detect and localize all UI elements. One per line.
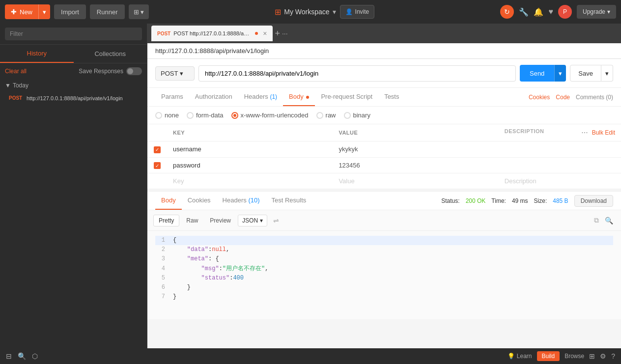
- save-button[interactable]: Save: [570, 65, 601, 82]
- save-dropdown-button[interactable]: ▾: [601, 65, 613, 82]
- req-tab-auth[interactable]: Authorization: [189, 88, 238, 106]
- heart-icon[interactable]: ♥: [548, 7, 553, 16]
- runner-button[interactable]: Runner: [90, 4, 125, 19]
- clear-all-button[interactable]: Clear all: [5, 68, 27, 75]
- table-row-new: Key Value Description: [147, 173, 621, 189]
- method-select[interactable]: POST ▾: [155, 66, 195, 81]
- avatar[interactable]: P: [558, 5, 572, 19]
- settings-icon[interactable]: ⚙: [600, 352, 606, 360]
- bell-icon[interactable]: 🔔: [534, 7, 543, 17]
- binary-radio[interactable]: [344, 112, 351, 119]
- line-number: 6: [155, 283, 165, 292]
- code-line-2: 2 "data": null,: [155, 245, 613, 254]
- req-tab-params[interactable]: Params: [155, 88, 189, 106]
- req-tab-pre-script[interactable]: Pre-request Script: [315, 88, 378, 106]
- browse-button[interactable]: Browse: [565, 353, 584, 360]
- url-input[interactable]: [198, 65, 516, 82]
- row1-checkbox[interactable]: ✓: [154, 146, 161, 153]
- raw-option[interactable]: raw: [316, 112, 336, 119]
- code-link[interactable]: Code: [556, 94, 570, 101]
- chevron-down-icon: ▼: [5, 82, 11, 89]
- send-dropdown-button[interactable]: ▾: [554, 65, 566, 82]
- resp-tab-cookies[interactable]: Cookies: [182, 192, 217, 210]
- resp-tab-headers[interactable]: Headers (10): [217, 192, 266, 210]
- tab-collections[interactable]: Collections: [74, 45, 147, 63]
- tab-history[interactable]: History: [0, 45, 74, 63]
- search-icon[interactable]: 🔍: [603, 214, 615, 226]
- table-more-button[interactable]: ···: [581, 128, 588, 137]
- active-tab[interactable]: POST POST http://127.0.0.1:8888/api/priv…: [151, 26, 273, 41]
- format-select[interactable]: JSON ▾: [238, 215, 267, 226]
- more-tabs-button[interactable]: ···: [282, 29, 288, 37]
- upgrade-label: Upgrade: [583, 8, 605, 15]
- code-line-5: 5 "status": 400: [155, 274, 613, 283]
- row2-checkbox[interactable]: ✓: [154, 162, 161, 169]
- build-button[interactable]: Build: [537, 351, 560, 361]
- grid-icon[interactable]: ⊞: [589, 352, 595, 360]
- add-tab-button[interactable]: +: [275, 28, 280, 39]
- filter-input[interactable]: [5, 28, 142, 40]
- new-dropdown-arrow[interactable]: ▾: [38, 4, 50, 19]
- sidebar: History Collections Clear all Save Respo…: [0, 24, 147, 348]
- none-radio[interactable]: [155, 112, 162, 119]
- layout-button[interactable]: ⊞ ▾: [129, 4, 149, 19]
- line-number: 1: [155, 236, 165, 245]
- none-option[interactable]: none: [155, 112, 179, 119]
- urlencoded-option[interactable]: x-www-form-urlencoded: [231, 112, 309, 119]
- format-chevron: ▾: [260, 217, 263, 224]
- tab-close-button[interactable]: ×: [263, 29, 267, 37]
- new-button[interactable]: ✚ New ▾: [5, 4, 50, 19]
- code-line-6: 6 }: [155, 283, 613, 292]
- import-button[interactable]: Import: [54, 4, 86, 19]
- code-line-4: 4 "msg": "用户名不存在",: [155, 264, 613, 274]
- workspace-label: My Workspace: [284, 8, 329, 16]
- wrap-icon[interactable]: ⇌: [271, 215, 281, 226]
- body-options: none form-data x-www-form-urlencoded raw: [147, 107, 621, 124]
- req-tab-headers[interactable]: Headers (1): [238, 88, 283, 106]
- raw-radio[interactable]: [316, 112, 323, 119]
- invite-button[interactable]: 👤 Invite: [340, 5, 375, 19]
- req-actions: Cookies Code Comments (0): [529, 94, 613, 101]
- sidebar-actions: Clear all Save Responses: [0, 63, 147, 79]
- save-responses-toggle[interactable]: [126, 67, 142, 75]
- response-area: Body Cookies Headers (10) Test Results S…: [147, 191, 621, 319]
- wrench-icon[interactable]: 🔧: [519, 7, 529, 17]
- help-icon[interactable]: ?: [611, 352, 615, 360]
- history-item[interactable]: POST http://127.0.0.1:8888/api/private/v…: [5, 92, 142, 105]
- req-tab-body[interactable]: Body: [283, 88, 315, 106]
- req-tab-tests[interactable]: Tests: [378, 88, 405, 106]
- request-tabs: Params Authorization Headers (1) Body Pr…: [147, 88, 621, 107]
- upgrade-button[interactable]: Upgrade ▾: [577, 5, 616, 19]
- urlencoded-radio[interactable]: [231, 112, 238, 119]
- resp-pretty-tab[interactable]: Pretty: [153, 215, 179, 226]
- search-bottom-icon[interactable]: 🔍: [18, 352, 26, 360]
- save-button-group: Save ▾: [570, 65, 613, 82]
- console-icon[interactable]: ⬡: [32, 352, 38, 360]
- form-data-radio[interactable]: [187, 112, 194, 119]
- learn-button[interactable]: 💡 Learn: [508, 353, 532, 360]
- binary-option[interactable]: binary: [344, 112, 370, 119]
- sidebar-toggle-icon[interactable]: ⊟: [6, 352, 12, 360]
- bulk-edit-button[interactable]: Bulk Edit: [592, 129, 615, 136]
- send-button[interactable]: Send: [520, 65, 554, 82]
- cookies-link[interactable]: Cookies: [529, 94, 550, 101]
- resp-raw-tab[interactable]: Raw: [181, 215, 203, 226]
- resp-preview-tab[interactable]: Preview: [205, 215, 236, 226]
- check-icon: ✓: [155, 147, 159, 152]
- copy-icon[interactable]: ⧉: [592, 214, 601, 226]
- line-number: 3: [155, 254, 165, 264]
- resp-tab-test-results[interactable]: Test Results: [266, 192, 312, 210]
- workspace-button[interactable]: ⊞ My Workspace ▾: [275, 7, 336, 17]
- code-line-3: 3 "meta": {: [155, 254, 613, 264]
- comments-link[interactable]: Comments (0): [576, 94, 613, 101]
- form-data-option[interactable]: form-data: [187, 112, 224, 119]
- download-button[interactable]: Download: [574, 195, 613, 207]
- key-header: KEY: [167, 124, 333, 141]
- method-badge: POST: [9, 95, 24, 101]
- resp-tab-body[interactable]: Body: [155, 192, 182, 210]
- row1-value: ykykyk: [339, 145, 358, 153]
- new-key-placeholder: Key: [173, 177, 184, 185]
- workspace-icon: ⊞: [275, 7, 281, 17]
- sync-icon[interactable]: ↻: [500, 5, 514, 19]
- time-value: 49 ms: [512, 197, 528, 204]
